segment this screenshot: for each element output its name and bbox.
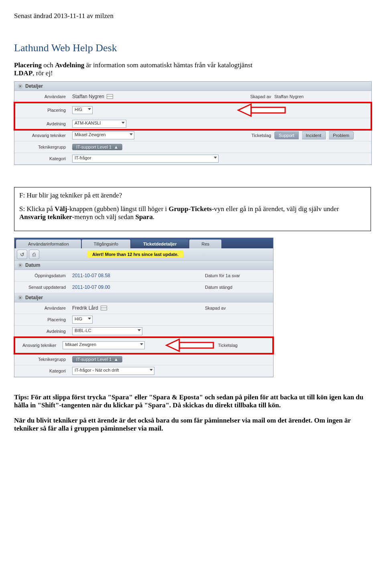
label-avdelning: Avdelning [14,120,70,128]
label-grp2: Teknikergrupp [14,355,70,363]
close-icon[interactable]: × [18,263,23,268]
section-title: Detaljer [25,83,43,89]
select-kat2[interactable]: IT-frågor - Nät och drift [72,367,154,375]
chevron-down-icon [214,157,217,159]
faq-b: Spara [135,213,152,221]
value-senast: 2011-10-07 09.00 [72,284,110,290]
close-icon[interactable]: × [18,84,23,89]
faq-t: -vyn eller gå in på ärendet, välj dig sj… [212,205,339,213]
page-title: Lathund Web Help Desk [14,42,371,54]
back-icon[interactable]: ↺ [17,250,27,259]
svg-rect-0 [251,107,285,113]
tab-res[interactable]: Res [189,240,221,248]
label-plac2: Placering [14,316,70,324]
faq-b: Välj [55,205,67,213]
section-header[interactable]: × Detaljer [14,82,371,91]
label-placering: Placering [14,106,70,114]
label-kategori: Kategori [14,155,70,163]
select-avdelning-value: ATM-KANSLI [75,121,101,125]
faq-t: -menyn och välj sedan [72,213,136,221]
label-grupp: Teknikergrupp [14,143,70,151]
value-anv2: Fredrik Lård [72,305,98,311]
faq-b: Ansvarig tekniker [19,213,72,221]
select-avdelning[interactable]: ATM-KANSLI [72,120,126,128]
screenshot-ticketdetails: Användarinformation Tillgångsinfo Ticket… [14,238,274,377]
tips-section: Tips: För att slippa först trycka "Spara… [14,393,371,433]
mail-icon[interactable] [107,94,113,99]
pill-problem[interactable]: Problem [329,131,354,139]
select-tek2-value: Mikael Zewgren [65,342,96,347]
label-oppn: Öppningsdatum [14,272,70,280]
select-avd2[interactable]: BIBL-LC [72,327,142,335]
chip-grp2-value: IT-support Level 1 [76,357,111,362]
pill-incident[interactable]: Incident [302,131,326,139]
print-icon[interactable]: ⎙ [29,250,39,259]
value-oppn: 2011-10-07 08.58 [72,273,110,278]
label-tslag2: Ticketslag [218,343,237,348]
tab-userinfo[interactable]: Användarinformation [16,240,81,248]
tab-ticketdetails[interactable]: Ticketdedetaljer [131,240,189,248]
intro-b1: Placering [14,61,42,69]
label-avd2: Avdelning [14,327,70,335]
chevron-down-icon [122,122,125,124]
label-tek2: Ansvarig tekniker [14,341,60,349]
chevron-down-icon [130,133,133,135]
page-header: Senast ändrad 2013-11-11 av milzen [14,12,371,20]
label-tekniker: Ansvarig tekniker [14,131,70,139]
faq-t: -knappen (gubben) längst till höger i [67,205,168,213]
close-icon[interactable]: × [18,295,23,300]
faq-answer: S: Klicka på Välj-knappen (gubben) längs… [19,205,366,221]
chip-grupp-value: IT-support Level 1 [76,145,111,149]
chevron-down-icon [88,108,91,110]
faq-t: S: Klicka på [19,205,55,213]
select-plac2[interactable]: HiG [72,316,93,324]
label-ticketslag: Ticketslag [235,133,271,138]
intro-t1: och [42,61,55,69]
select-plac2-value: HiG [75,316,82,321]
tab-tillgang[interactable]: Tillgångsinfo [82,240,130,248]
pill-support[interactable]: Support [274,131,299,139]
label-senast: Senast uppdaterad [14,283,70,291]
chevron-down-icon [150,369,153,371]
label-svar: Datum för 1a svar [205,273,240,278]
intro-t2: är information som automatiskt hämtas fr… [84,61,252,69]
chevron-up-icon: ▲ [114,357,118,362]
select-tekniker[interactable]: Mikael Zewgren [72,131,134,139]
section-title: Datum [25,262,40,268]
faq-t: . [153,213,154,221]
chevron-up-icon: ▲ [114,145,118,149]
label-skapad2: Skapad av [205,306,226,310]
select-tek2[interactable]: Mikael Zewgren [63,341,145,349]
chevron-down-icon [140,343,143,345]
chevron-down-icon [88,318,91,320]
intro-paragraph: Placering och Avdelning är information s… [14,61,371,77]
faq-box: F: Hur blir jag tekniker på ett ärende? … [14,187,371,231]
intro-b3: LDAP [14,69,32,77]
section-detaljer2[interactable]: × Detaljer [14,293,273,302]
chip-grupp[interactable]: IT-support Level 1 ▲ [72,144,122,150]
svg-rect-2 [179,342,213,348]
arrow-left-icon [235,103,287,118]
tips-paragraph-2: När du blivit tekniker på ett ärende är … [14,417,371,433]
label-kat2: Kategori [14,367,70,375]
svg-marker-3 [166,339,179,351]
arrow-left-icon [163,338,215,352]
value-skapad: Staffan Nygren [274,94,304,99]
alert-banner: Alert! More than 12 hrs since last updat… [87,251,183,258]
intro-t3: , rör ej! [32,69,53,77]
select-kat2-value: IT-frågor - Nät och drift [75,368,119,373]
select-placering[interactable]: HiG [72,106,93,114]
section-datum[interactable]: × Datum [14,261,273,270]
select-tekniker-value: Mikael Zewgren [75,132,106,137]
select-avd2-value: BIBL-LC [75,328,91,333]
value-anvandare: Staffan Nygren [72,94,104,99]
label-stangd: Datum stängd [205,285,232,290]
chip-grp2[interactable]: IT-support Level 1 ▲ [72,356,122,362]
select-placering-value: HiG [75,107,82,112]
label-skapad: Skapad av [235,94,271,99]
tips-paragraph-1: Tips: För att slippa först trycka "Spara… [14,393,371,409]
mail-icon[interactable] [101,306,107,310]
section-title: Detaljer [25,295,43,300]
select-kategori[interactable]: IT-frågor [72,155,219,163]
chevron-down-icon [138,329,141,331]
